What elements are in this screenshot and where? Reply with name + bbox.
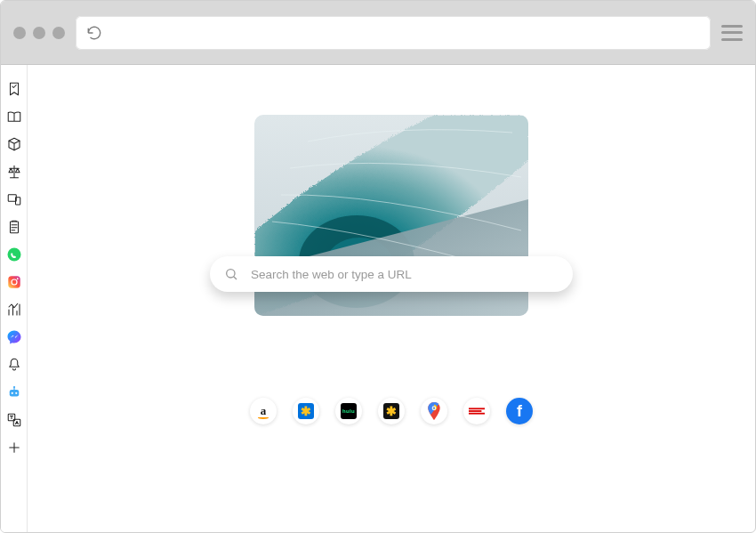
instagram-icon[interactable]	[6, 274, 22, 290]
search-icon	[224, 267, 238, 281]
menu-button[interactable]	[721, 24, 743, 42]
svg-point-18	[433, 407, 436, 409]
shortcuts-row: a ✱ hulu ✱ f	[250, 398, 533, 424]
traffic-light-close[interactable]	[13, 27, 26, 39]
reload-icon[interactable]	[86, 25, 102, 41]
svg-point-8	[11, 392, 12, 394]
clipboard-icon[interactable]	[6, 219, 22, 235]
svg-rect-21	[469, 413, 485, 415]
shortcut-google-maps[interactable]	[421, 398, 447, 424]
svg-rect-20	[469, 410, 481, 412]
svg-rect-0	[8, 195, 16, 202]
main-content: a ✱ hulu ✱ f	[28, 65, 755, 532]
url-input[interactable]	[109, 16, 700, 50]
bot-icon[interactable]	[6, 384, 22, 400]
svg-rect-19	[469, 408, 485, 409]
scale-icon[interactable]	[6, 164, 22, 180]
traffic-light-minimize[interactable]	[33, 27, 45, 39]
devices-icon[interactable]	[6, 191, 22, 207]
shortcut-walmart-alt[interactable]: ✱	[378, 398, 405, 424]
search-bar[interactable]	[210, 256, 573, 292]
shortcut-facebook[interactable]: f	[506, 398, 533, 424]
titlebar	[1, 1, 755, 65]
svg-point-16	[227, 270, 235, 278]
bell-icon[interactable]	[6, 357, 22, 373]
stats-icon[interactable]	[6, 302, 22, 318]
shortcut-espn[interactable]	[463, 398, 490, 424]
sidebar	[1, 65, 28, 532]
svg-point-3	[7, 248, 20, 262]
svg-rect-7	[9, 390, 19, 397]
svg-point-6	[16, 278, 18, 279]
window-controls	[13, 27, 65, 39]
translate-icon[interactable]	[6, 412, 22, 428]
whatsapp-icon[interactable]	[6, 246, 22, 262]
add-icon[interactable]	[6, 440, 22, 456]
svg-rect-4	[8, 276, 20, 288]
library-icon[interactable]	[6, 109, 22, 125]
traffic-light-zoom[interactable]	[52, 27, 65, 39]
shortcut-hulu[interactable]: hulu	[335, 398, 362, 424]
shortcut-walmart[interactable]: ✱	[293, 398, 319, 424]
address-bar[interactable]	[76, 16, 711, 50]
bookmark-icon[interactable]	[6, 81, 22, 97]
svg-point-10	[12, 386, 14, 388]
shortcut-amazon[interactable]: a	[250, 398, 277, 424]
messenger-icon[interactable]	[6, 329, 22, 345]
svg-point-9	[15, 392, 17, 394]
package-icon[interactable]	[6, 136, 22, 152]
search-input[interactable]	[251, 268, 559, 281]
